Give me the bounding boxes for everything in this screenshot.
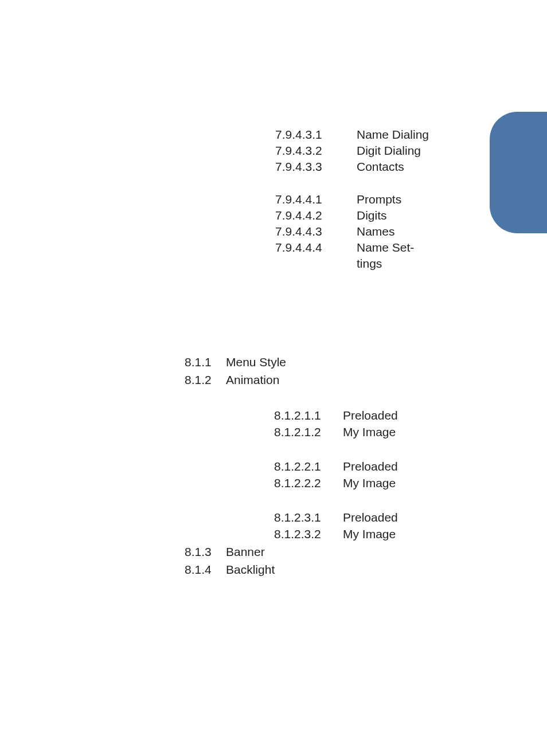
toc-label: Contacts [357, 159, 437, 175]
toc-label: My Image [343, 424, 396, 440]
toc-label: Name Set- [357, 240, 437, 256]
toc-label: Backlight [226, 562, 275, 578]
toc-number: 8.1.2.3.1 [274, 510, 321, 526]
toc-number: 8.1.2.1.1 [274, 408, 321, 424]
toc-label-continuation: tings [357, 256, 437, 272]
toc-label: Digits [357, 207, 437, 224]
toc-number: 8.1.1 [185, 354, 212, 370]
toc-number: 7.9.4.4.3 [275, 224, 322, 240]
toc-label: Digit Dialing [357, 143, 437, 159]
toc-number: 7.9.4.3.3 [275, 159, 322, 175]
toc-number: 8.1.2.2.2 [274, 475, 321, 491]
toc-number: 7.9.4.3.1 [275, 127, 322, 143]
toc-number: 7.9.4.4.2 [275, 207, 322, 224]
toc-label: Preloaded [343, 510, 398, 526]
toc-number: 7.9.4.4.1 [275, 191, 322, 207]
toc-label: Prompts [357, 191, 437, 207]
toc-number: 8.1.3 [185, 544, 212, 560]
toc-number: 8.1.2.3.2 [274, 526, 321, 542]
toc-label: My Image [343, 475, 396, 491]
toc-label: Banner [226, 544, 265, 560]
thumb-tab [490, 112, 547, 233]
toc-label: Names [357, 224, 437, 240]
toc-label: Menu Style [226, 354, 286, 370]
toc-label: Animation [226, 372, 279, 388]
toc-number: 8.1.2.1.2 [274, 424, 321, 440]
toc-number: 7.9.4.4.4 [275, 240, 322, 256]
toc-label: Name Dialing [357, 127, 437, 143]
toc-label: Preloaded [343, 459, 398, 475]
toc-number: 7.9.4.3.2 [275, 143, 322, 159]
toc-number: 8.1.2.2.1 [274, 459, 321, 475]
toc-label: My Image [343, 526, 396, 542]
toc-label: Preloaded [343, 408, 398, 424]
toc-number: 8.1.4 [185, 562, 212, 578]
toc-number: 8.1.2 [185, 372, 212, 388]
document-page: { "block1": [ { "num": "7.9.4.3.1", "txt… [0, 0, 547, 756]
